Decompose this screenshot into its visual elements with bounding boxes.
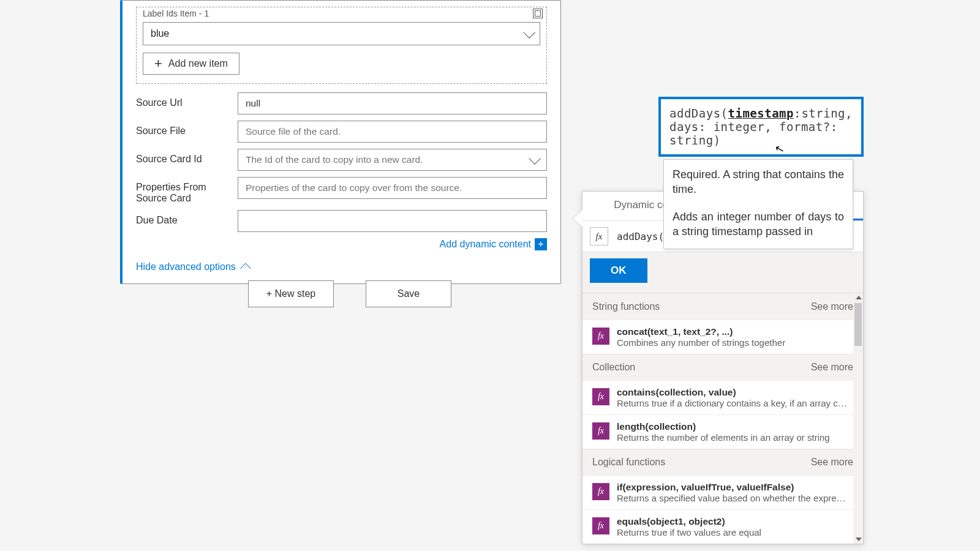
group-collection: Collection See more: [582, 354, 863, 380]
reorder-icon[interactable]: [533, 9, 543, 18]
see-more-link[interactable]: See more: [811, 362, 853, 373]
properties-input[interactable]: Properties of the card to copy over from…: [238, 177, 547, 199]
form-rows: Source Url null Source File Source file …: [136, 92, 547, 232]
source-card-id-input[interactable]: The Id of the card to copy into a new ca…: [238, 149, 547, 171]
fx-icon: fx: [592, 517, 609, 534]
source-file-input[interactable]: Source file of the card.: [238, 121, 547, 143]
fx-icon: fx: [590, 227, 608, 246]
properties-label: Properties From Source Card: [136, 177, 238, 204]
flyout-pointer: [573, 210, 582, 227]
label-ids-section: Label Ids Item - 1 blue + Add new item: [136, 7, 547, 84]
chevron-down-icon: [523, 26, 535, 39]
expression-input[interactable]: addDays(: [617, 231, 664, 242]
fx-icon: fx: [592, 328, 609, 345]
scroll-thumb[interactable]: [854, 303, 862, 346]
see-more-link[interactable]: See more: [811, 301, 853, 312]
add-dynamic-content-link[interactable]: Add dynamic content +: [136, 238, 547, 250]
scrollbar[interactable]: [853, 293, 863, 544]
fn-length[interactable]: fx length(collection) Returns the number…: [582, 414, 863, 449]
bottom-buttons: + New step Save: [248, 280, 451, 307]
label-ids-title: Label Ids Item - 1: [143, 9, 540, 18]
plus-box-icon: +: [535, 238, 547, 250]
due-date-label: Due Date: [136, 210, 238, 226]
source-card-id-label: Source Card Id: [136, 149, 238, 165]
scroll-up-icon[interactable]: [856, 296, 862, 299]
function-signature-tooltip: addDays(timestamp: string, days: integer…: [658, 97, 864, 157]
fx-icon: fx: [592, 388, 609, 405]
hide-advanced-link[interactable]: Hide advanced options: [136, 261, 251, 272]
save-button[interactable]: Save: [366, 280, 451, 307]
chevron-up-icon: [240, 263, 251, 274]
ok-button[interactable]: OK: [590, 258, 647, 283]
fn-if[interactable]: fx if(expression, valueIfTrue, valueIfFa…: [582, 475, 863, 509]
source-file-label: Source File: [136, 121, 238, 137]
scroll-down-icon[interactable]: [856, 538, 862, 541]
new-step-button[interactable]: + New step: [248, 280, 334, 307]
fx-icon: fx: [592, 483, 609, 500]
source-url-input[interactable]: null: [238, 92, 547, 114]
function-list: String functions See more fx concat(text…: [582, 293, 863, 544]
source-url-label: Source Url: [136, 92, 238, 108]
add-new-item-label: Add new item: [168, 58, 228, 69]
due-date-input[interactable]: [238, 210, 547, 232]
fn-contains[interactable]: fx contains(collection, value) Returns t…: [582, 380, 863, 414]
group-string-functions: String functions See more: [582, 293, 863, 320]
group-logical: Logical functions See more: [582, 449, 863, 475]
label-ids-value: blue: [151, 28, 169, 39]
fn-equals[interactable]: fx equals(object1, object2) Returns true…: [582, 509, 863, 544]
function-description-tooltip: Required. A string that contains the tim…: [663, 159, 853, 249]
label-ids-dropdown[interactable]: blue: [143, 22, 540, 45]
plus-icon: +: [154, 59, 162, 68]
fx-icon: fx: [592, 422, 609, 440]
add-new-item-button[interactable]: + Add new item: [143, 53, 239, 75]
chevron-down-icon: [529, 152, 541, 165]
see-more-link[interactable]: See more: [811, 457, 853, 468]
fn-concat[interactable]: fx concat(text_1, text_2?, ...) Combines…: [582, 320, 863, 354]
action-card: Label Ids Item - 1 blue + Add new item S…: [120, 0, 561, 284]
